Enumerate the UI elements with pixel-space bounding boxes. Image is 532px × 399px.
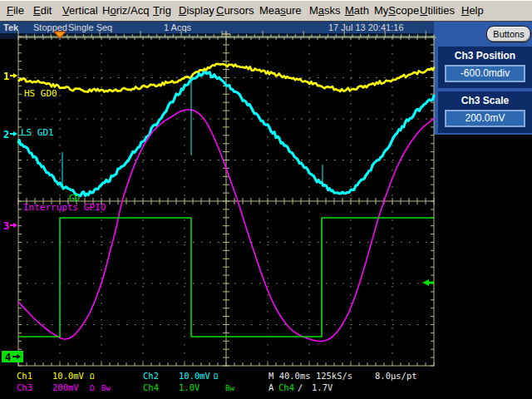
readout-ω: Ω: [214, 372, 219, 381]
readout-bw: Bw: [101, 384, 111, 392]
readout-10.0mv: 10.0mV: [179, 371, 211, 381]
acquisition-ruler: [18, 31, 436, 38]
trigger-level-arrowtail: [429, 282, 434, 284]
readout-ch2: Ch2: [143, 371, 159, 381]
channel-marker-arrow: [10, 73, 17, 78]
ch1-reference-marker[interactable]: 1: [3, 71, 17, 82]
readout-m-40.0ms-125ks-s: M 40.0ms 125kS/s: [268, 371, 352, 381]
readout-1.7v: 1.7V: [312, 382, 333, 392]
ch4-reference-marker[interactable]: 4: [2, 351, 23, 363]
readout-row-1: Ch110.0mVΩCh210.0mVΩM 40.0ms 125kS/s8.0µ…: [17, 371, 417, 381]
trace-label-hs-gd0: HS GD0: [24, 88, 57, 99]
readout-ω: Ω: [90, 372, 95, 381]
readout-∕: ∕: [298, 382, 303, 392]
channel-marker-number: 3: [3, 220, 9, 232]
readout-bw: Bw: [225, 384, 234, 392]
waveform-display: 1234HS GD0LS GD1GDInterrupts GPIOCh110.0…: [0, 0, 532, 399]
channel-marker-arrow: [10, 223, 17, 228]
readout-1.0v: 1.0V: [179, 382, 200, 392]
channel-marker-number: 2: [3, 129, 9, 140]
readout-ch3: Ch3: [17, 382, 32, 392]
ch3-reference-marker[interactable]: 3: [3, 220, 17, 232]
ch4-marker-number: 4: [5, 352, 11, 363]
readout-a: A: [268, 382, 274, 392]
ch2-reference-marker[interactable]: 2: [3, 129, 17, 140]
trace-label-ls-gd1: LS GD1: [21, 127, 54, 138]
oscilloscope-screen: FileEditVerticalHoriz/AcqTrigDisplayCurs…: [0, 0, 532, 399]
readout-ω: Ω: [90, 384, 95, 392]
channel-marker-number: 1: [3, 71, 9, 82]
readout-ch4: Ch4: [143, 382, 159, 392]
channel-marker-arrow: [10, 131, 17, 136]
trace-label-interrupts-gpio: Interrupts GPIO: [23, 202, 106, 213]
readout-10.0mv: 10.0mV: [52, 371, 85, 381]
trigger-level-arrow[interactable]: [422, 279, 434, 286]
trigger-level-arrowhead: [422, 279, 429, 286]
readout-8.0µs-pt: 8.0µs/pt: [375, 371, 417, 381]
readout-200mv: 200mV: [52, 382, 79, 392]
readout-ch4: Ch4: [278, 382, 294, 392]
readout-row-2: Ch3200mVΩBwCh41.0VBwACh4∕1.7V: [17, 382, 333, 392]
readout-ch1: Ch1: [17, 371, 32, 381]
